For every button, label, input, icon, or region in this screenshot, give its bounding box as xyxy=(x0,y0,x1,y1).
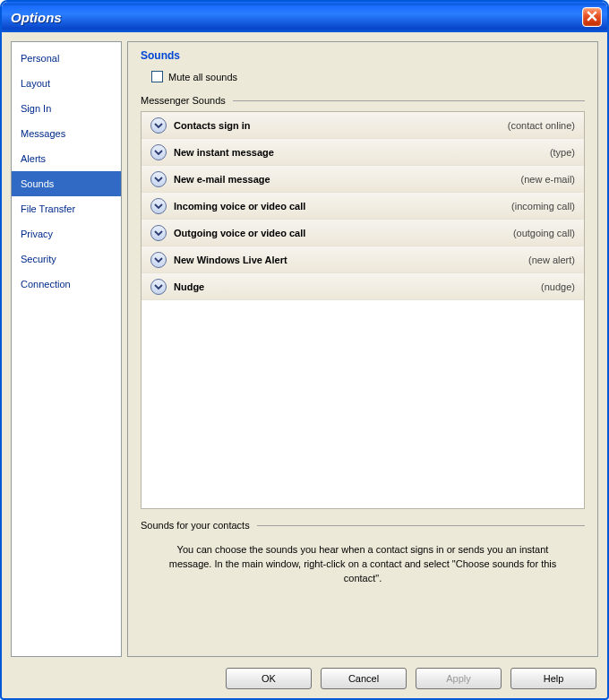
sound-value: (nudge) xyxy=(541,281,575,292)
contacts-help-text: You can choose the sounds you hear when … xyxy=(162,543,563,586)
chevron-down-icon[interactable] xyxy=(150,144,167,160)
options-window: Options Personal Layout Sign In Messages… xyxy=(0,0,609,700)
button-bar: OK Cancel Apply Help xyxy=(11,657,598,691)
sidebar-item-security[interactable]: Security xyxy=(12,246,121,272)
sound-row-new-instant-message[interactable]: New instant message (type) xyxy=(142,139,584,166)
group-separator xyxy=(257,525,585,526)
close-icon xyxy=(587,11,597,23)
sound-row-outgoing-call[interactable]: Outgoing voice or video call (outgoing c… xyxy=(142,220,584,246)
cancel-button[interactable]: Cancel xyxy=(321,668,407,689)
sound-label: New instant message xyxy=(174,147,550,158)
sidebar-item-sounds[interactable]: Sounds xyxy=(12,171,121,196)
sound-value: (new e-mail) xyxy=(520,174,575,185)
sound-value: (outgoing call) xyxy=(513,228,575,238)
sound-value: (new alert) xyxy=(528,255,575,265)
group-label: Messenger Sounds xyxy=(141,95,226,106)
button-label: Cancel xyxy=(348,673,379,684)
sidebar-item-label: Messages xyxy=(21,128,65,139)
group-separator xyxy=(233,100,585,101)
dialog-body: Personal Layout Sign In Messages Alerts … xyxy=(2,32,607,698)
sidebar-item-personal[interactable]: Personal xyxy=(12,46,121,71)
sidebar-item-layout[interactable]: Layout xyxy=(12,71,121,96)
sidebar-item-label: Alerts xyxy=(21,153,46,164)
sidebar-item-sign-in[interactable]: Sign In xyxy=(12,96,121,121)
button-label: OK xyxy=(262,673,276,684)
close-button[interactable] xyxy=(582,7,602,27)
sound-label: Outgoing voice or video call xyxy=(174,228,513,238)
ok-button[interactable]: OK xyxy=(226,668,312,689)
sound-row-incoming-call[interactable]: Incoming voice or video call (incoming c… xyxy=(142,193,584,220)
sound-label: New Windows Live Alert xyxy=(174,255,528,265)
sidebar-item-alerts[interactable]: Alerts xyxy=(12,146,121,171)
messenger-sounds-group: Messenger Sounds xyxy=(141,95,585,106)
sidebar-item-label: Privacy xyxy=(21,229,53,239)
sidebar-item-file-transfer[interactable]: File Transfer xyxy=(12,196,121,221)
sidebar-item-label: Sign In xyxy=(21,103,51,114)
apply-button: Apply xyxy=(416,668,502,689)
group-label: Sounds for your contacts xyxy=(141,520,250,531)
sound-list: Contacts sign in (contact online) New in… xyxy=(141,111,585,509)
chevron-down-icon[interactable] xyxy=(150,198,167,214)
sidebar-item-label: Connection xyxy=(21,279,71,290)
sound-value: (contact online) xyxy=(508,120,575,131)
chevron-down-icon[interactable] xyxy=(150,225,167,241)
sidebar-item-label: File Transfer xyxy=(21,203,75,214)
chevron-down-icon[interactable] xyxy=(150,171,167,187)
sidebar-item-privacy[interactable]: Privacy xyxy=(12,221,121,246)
mute-checkbox[interactable] xyxy=(151,71,163,82)
sounds-panel: Sounds Mute all sounds Messenger Sounds … xyxy=(127,41,598,657)
sidebar-item-messages[interactable]: Messages xyxy=(12,121,121,146)
window-title: Options xyxy=(11,10,62,25)
titlebar[interactable]: Options xyxy=(2,2,607,32)
mute-all-sounds-row[interactable]: Mute all sounds xyxy=(151,71,585,82)
button-label: Apply xyxy=(446,673,471,684)
sidebar-item-label: Security xyxy=(21,254,56,264)
sidebar-item-label: Personal xyxy=(21,53,59,64)
sound-label: New e-mail message xyxy=(174,174,520,185)
sound-row-contacts-sign-in[interactable]: Contacts sign in (contact online) xyxy=(142,112,584,139)
button-label: Help xyxy=(544,673,564,684)
sound-row-new-email[interactable]: New e-mail message (new e-mail) xyxy=(142,166,584,193)
sidebar-item-label: Layout xyxy=(21,78,50,89)
chevron-down-icon[interactable] xyxy=(150,279,167,295)
panel-title: Sounds xyxy=(141,49,585,62)
mute-label: Mute all sounds xyxy=(168,72,237,82)
help-button[interactable]: Help xyxy=(510,668,596,689)
category-sidebar: Personal Layout Sign In Messages Alerts … xyxy=(11,41,122,657)
sound-row-nudge[interactable]: Nudge (nudge) xyxy=(142,273,584,300)
sidebar-item-label: Sounds xyxy=(21,178,54,189)
sound-value: (type) xyxy=(550,147,575,158)
sound-label: Contacts sign in xyxy=(174,120,508,131)
sound-row-new-alert[interactable]: New Windows Live Alert (new alert) xyxy=(142,246,584,273)
chevron-down-icon[interactable] xyxy=(150,252,167,268)
chevron-down-icon[interactable] xyxy=(150,117,167,134)
sound-label: Nudge xyxy=(174,281,541,292)
sound-label: Incoming voice or video call xyxy=(174,201,511,212)
sidebar-item-connection[interactable]: Connection xyxy=(12,272,121,297)
contacts-sounds-group: Sounds for your contacts xyxy=(141,520,585,531)
sound-value: (incoming call) xyxy=(511,201,575,212)
